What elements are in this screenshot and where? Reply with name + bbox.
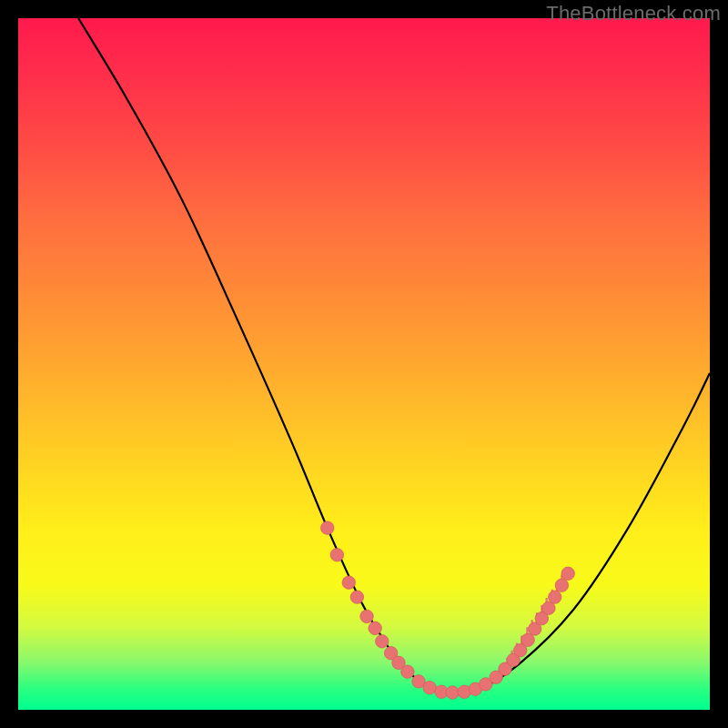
- marker-cluster-bottom: [412, 671, 503, 699]
- watermark-text: TheBottleneck.com: [546, 2, 721, 25]
- data-marker: [401, 665, 414, 678]
- bottleneck-curve: [78, 18, 710, 694]
- data-marker: [360, 610, 373, 622]
- data-marker: [350, 591, 363, 603]
- data-marker: [423, 681, 436, 693]
- data-marker: [549, 591, 561, 603]
- data-marker: [555, 579, 568, 592]
- data-marker: [342, 576, 355, 589]
- plot-area: [18, 18, 710, 710]
- data-marker: [369, 622, 381, 634]
- chart-svg: [18, 18, 710, 710]
- data-marker: [321, 521, 334, 534]
- data-marker: [376, 635, 389, 648]
- data-marker: [446, 686, 459, 699]
- data-marker: [561, 567, 574, 580]
- data-marker: [330, 549, 343, 561]
